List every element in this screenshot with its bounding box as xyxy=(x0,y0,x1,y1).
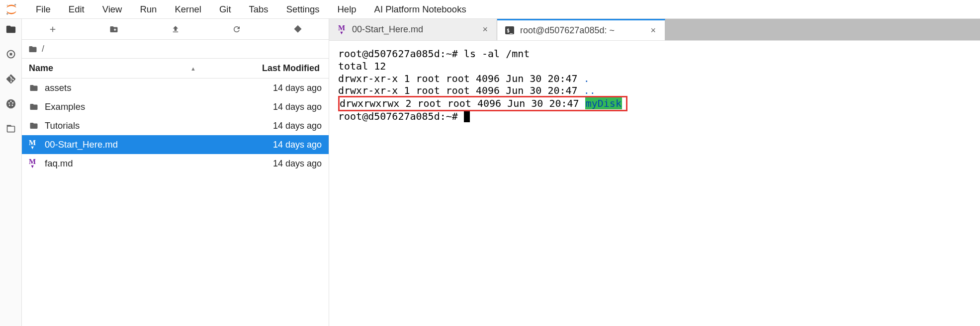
menu-tabs[interactable]: Tabs xyxy=(240,1,277,18)
file-browser-toolbar: + xyxy=(22,19,329,40)
terminal-icon: $_ xyxy=(504,26,515,34)
file-name: faq.md xyxy=(41,158,273,169)
file-row[interactable]: M▼00-Start_Here.md14 days ago xyxy=(22,135,329,154)
svg-rect-4 xyxy=(9,53,12,56)
terminal-line: drwxr-xr-x 1 root root 4096 Jun 30 20:47… xyxy=(338,84,971,97)
terminal-text: . xyxy=(584,73,590,84)
file-browser: + / Name ▲ Last Modified assets14 days a… xyxy=(22,19,329,326)
menu-edit[interactable]: Edit xyxy=(60,1,93,18)
file-name: 00-Start_Here.md xyxy=(41,139,273,150)
breadcrumb-path: / xyxy=(42,44,44,54)
markdown-icon: M▼ xyxy=(29,139,41,150)
file-name: Examples xyxy=(41,101,273,112)
file-modified: 14 days ago xyxy=(273,121,322,131)
svg-text:+: + xyxy=(300,24,303,29)
menubar-items: FileEditViewRunKernelGitTabsSettingsHelp… xyxy=(27,1,475,18)
file-modified: 14 days ago xyxy=(273,102,322,112)
terminal-text: myDisk xyxy=(585,97,622,109)
terminal-text: .. xyxy=(584,84,596,96)
svg-point-5 xyxy=(6,99,15,108)
file-list-header[interactable]: Name ▲ Last Modified xyxy=(22,59,329,79)
svg-point-6 xyxy=(8,102,9,104)
terminal-text: root@d507627a085d:~# xyxy=(338,110,464,122)
close-icon[interactable]: × xyxy=(480,23,490,36)
terminal-line: root@d507627a085d:~# xyxy=(338,110,971,123)
markdown-icon: M▼ xyxy=(29,158,41,169)
terminal-line: drwxr-xr-x 1 root root 4096 Jun 30 20:47… xyxy=(338,73,971,85)
file-modified: 14 days ago xyxy=(273,159,322,169)
tab-label: 00-Start_Here.md xyxy=(352,24,480,35)
svg-point-2 xyxy=(7,4,8,5)
menu-run[interactable]: Run xyxy=(131,1,166,18)
file-name: Tutorials xyxy=(41,120,273,131)
content-area: M▼00-Start_Here.md×$_root@d507627a085d: … xyxy=(329,19,980,326)
terminal-line: total 12 xyxy=(338,60,971,73)
new-launcher-button[interactable] xyxy=(22,25,83,34)
file-row[interactable]: M▼faq.md14 days ago xyxy=(22,154,329,173)
upload-button[interactable] xyxy=(145,25,206,34)
tabbar: M▼00-Start_Here.md×$_root@d507627a085d: … xyxy=(329,19,980,41)
terminal-text: total 12 xyxy=(338,60,386,72)
terminal-text: drwxr-xr-x 1 root root 4096 Jun 30 20:47 xyxy=(338,84,584,96)
folder-icon xyxy=(29,102,41,111)
folder-icon xyxy=(29,121,41,130)
folder-icon xyxy=(29,83,41,92)
menu-git[interactable]: Git xyxy=(210,1,240,18)
terminal-cursor xyxy=(464,111,470,122)
terminal[interactable]: root@d507627a085d:~# ls -al /mnttotal 12… xyxy=(329,41,980,326)
menu-view[interactable]: View xyxy=(93,1,131,18)
running-icon[interactable] xyxy=(5,49,16,60)
terminal-line: drwxrwxrwx 2 root root 4096 Jun 30 20:47… xyxy=(338,97,971,110)
column-modified-header: Last Modified xyxy=(262,63,322,74)
column-name-header: Name xyxy=(29,63,53,74)
tab[interactable]: $_root@d507627a085d: ~× xyxy=(497,19,665,40)
svg-point-9 xyxy=(11,104,13,106)
breadcrumb[interactable]: / xyxy=(22,40,329,59)
terminal-text: root@d507627a085d:~# ls -al /mnt xyxy=(338,48,530,60)
file-row[interactable]: assets14 days ago xyxy=(22,79,329,97)
svg-point-7 xyxy=(12,102,13,104)
left-rail xyxy=(0,19,22,326)
folder-icon[interactable] xyxy=(5,24,16,35)
git-icon[interactable] xyxy=(5,74,16,84)
file-row[interactable]: Examples14 days ago xyxy=(22,97,329,116)
new-folder-button[interactable] xyxy=(83,25,144,34)
commands-icon[interactable] xyxy=(5,98,16,109)
menu-help[interactable]: Help xyxy=(328,1,365,18)
terminal-line: root@d507627a085d:~# ls -al /mnt xyxy=(338,48,971,60)
close-icon[interactable]: × xyxy=(648,24,658,37)
menu-settings[interactable]: Settings xyxy=(277,1,329,18)
menu-ai-platform-notebooks[interactable]: AI Platform Notebooks xyxy=(365,1,475,18)
svg-point-1 xyxy=(6,13,8,15)
tab-label: root@d507627a085d: ~ xyxy=(520,25,648,36)
markdown-icon: M▼ xyxy=(336,24,347,35)
highlighted-line: drwxrwxrwx 2 root root 4096 Jun 30 20:47… xyxy=(338,96,627,111)
svg-point-8 xyxy=(8,104,10,106)
menu-kernel[interactable]: Kernel xyxy=(166,1,210,18)
file-modified: 14 days ago xyxy=(273,140,322,150)
terminal-text: drwxrwxrwx 2 root root 4096 Jun 30 20:47 xyxy=(340,97,585,109)
folder-icon xyxy=(28,45,38,54)
terminal-text: drwxr-xr-x 1 root root 4096 Jun 30 20:47 xyxy=(338,73,584,84)
menu-file[interactable]: File xyxy=(27,1,60,18)
file-name: assets xyxy=(41,82,273,93)
svg-point-10 xyxy=(10,101,11,102)
refresh-button[interactable] xyxy=(206,25,267,34)
file-list: assets14 days agoExamples14 days agoTuto… xyxy=(22,79,329,326)
sort-caret-icon: ▲ xyxy=(190,66,196,72)
tab[interactable]: M▼00-Start_Here.md× xyxy=(329,19,497,40)
menubar: FileEditViewRunKernelGitTabsSettingsHelp… xyxy=(0,0,980,19)
file-modified: 14 days ago xyxy=(273,83,322,93)
svg-point-0 xyxy=(14,3,16,5)
jupyter-logo[interactable] xyxy=(4,2,19,17)
git-clone-button[interactable]: + xyxy=(267,24,329,34)
svg-rect-11 xyxy=(7,126,14,132)
file-row[interactable]: Tutorials14 days ago xyxy=(22,116,329,135)
tabs-icon[interactable] xyxy=(5,123,16,134)
